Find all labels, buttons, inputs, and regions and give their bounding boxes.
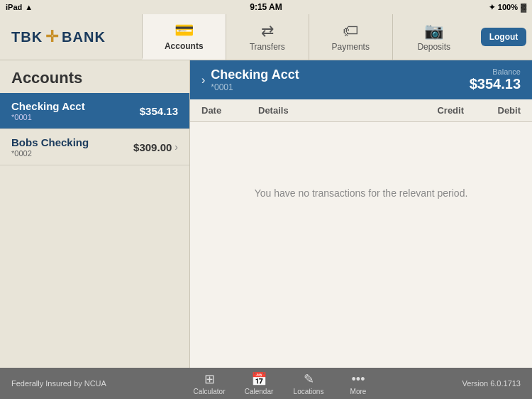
detail-header: › Checking Acct *0001 Balance $354.13 xyxy=(190,60,532,99)
account-item-bobs[interactable]: Bobs Checking *0002 $309.00 › xyxy=(0,129,189,165)
bottom-bar: Federally Insured by NCUA ⊞ Calculator 📅… xyxy=(0,368,532,399)
account-name-1: Checking Acct xyxy=(11,100,85,112)
logout-button[interactable]: Logout xyxy=(481,28,527,46)
nav-tabs: 💳 Accounts ⇄ Transfers 🏷 Payments 📷 Depo… xyxy=(142,14,475,60)
calendar-label: Calendar xyxy=(245,388,274,395)
calculator-label: Calculator xyxy=(193,388,225,395)
battery-icon: ▓ xyxy=(521,3,526,11)
tab-transfers[interactable]: ⇄ Transfers xyxy=(226,14,309,60)
detail-account-number: *0001 xyxy=(211,82,299,92)
bank-logo: TBK ✛ BANK xyxy=(11,28,106,46)
col-credit-header: Credit xyxy=(407,105,464,116)
sidebar-title: Accounts xyxy=(0,60,189,93)
status-time: 9:15 AM xyxy=(250,2,282,12)
top-nav: TBK ✛ BANK 💳 Accounts ⇄ Transfers 🏷 Paym… xyxy=(0,14,532,60)
tab-deposits[interactable]: 📷 Deposits xyxy=(392,14,476,60)
accounts-icon: 💳 xyxy=(174,21,194,40)
battery-label: 100% xyxy=(498,3,518,11)
col-details-header: Details xyxy=(258,105,407,116)
bottom-tab-more[interactable]: ••• More xyxy=(333,371,383,395)
account-balance-2: $309.00 xyxy=(133,141,172,153)
detail-chevron-icon: › xyxy=(201,74,205,87)
account-chevron-icon: › xyxy=(174,141,178,153)
tab-accounts-label: Accounts xyxy=(165,41,204,51)
tab-payments[interactable]: 🏷 Payments xyxy=(309,14,392,60)
logout-area: Logout xyxy=(475,14,532,60)
transaction-table: Date Details Credit Debit You have no tr… xyxy=(190,99,532,368)
more-label: More xyxy=(350,388,367,395)
detail-account-name: Checking Acct xyxy=(211,67,299,82)
table-header: Date Details Credit Debit xyxy=(190,99,532,122)
account-balance-1: $354.13 xyxy=(140,105,178,117)
federally-insured-text: Federally Insured by NCUA xyxy=(0,379,142,388)
bottom-tab-calculator[interactable]: ⊞ Calculator xyxy=(184,371,234,395)
locations-label: Locations xyxy=(294,388,324,395)
tab-payments-label: Payments xyxy=(332,42,370,52)
main-content: Accounts Checking Acct *0001 $354.13 Bob… xyxy=(0,60,532,368)
col-date-header: Date xyxy=(201,105,258,116)
logo-tbk: TBK xyxy=(11,29,43,45)
logo-cross-icon: ✛ xyxy=(45,28,59,46)
account-item-checking[interactable]: Checking Acct *0001 $354.13 xyxy=(0,93,189,129)
more-icon: ••• xyxy=(352,372,365,387)
logo-area: TBK ✛ BANK xyxy=(0,14,142,60)
sidebar: Accounts Checking Acct *0001 $354.13 Bob… xyxy=(0,60,190,368)
account-name-2: Bobs Checking xyxy=(11,136,89,148)
transfers-icon: ⇄ xyxy=(261,22,274,40)
logo-bank: BANK xyxy=(62,29,106,45)
empty-transactions-message: You have no transactions for the relevan… xyxy=(190,122,532,264)
bottom-tab-calendar[interactable]: 📅 Calendar xyxy=(234,371,284,395)
status-bar: iPad ▲ 9:15 AM ✦ 100% ▓ xyxy=(0,0,532,14)
tab-deposits-label: Deposits xyxy=(417,42,450,52)
detail-balance-amount: $354.13 xyxy=(470,76,521,92)
deposits-icon: 📷 xyxy=(424,22,443,40)
tab-accounts[interactable]: 💳 Accounts xyxy=(142,14,226,60)
payments-icon: 🏷 xyxy=(343,22,358,40)
col-debit-header: Debit xyxy=(464,105,521,116)
ipad-label: iPad xyxy=(6,3,22,11)
locations-icon: ✎ xyxy=(304,371,314,387)
account-number-1: *0001 xyxy=(11,113,85,121)
detail-panel: › Checking Acct *0001 Balance $354.13 Da… xyxy=(190,60,532,368)
version-text: Version 6.0.1713 xyxy=(426,379,532,388)
calculator-icon: ⊞ xyxy=(204,371,215,387)
tab-transfers-label: Transfers xyxy=(250,42,285,52)
wifi-icon: ▲ xyxy=(25,3,33,11)
bottom-tab-locations[interactable]: ✎ Locations xyxy=(284,371,333,395)
account-number-2: *0002 xyxy=(11,149,89,158)
bluetooth-icon: ✦ xyxy=(489,3,495,12)
detail-balance-label: Balance xyxy=(470,67,521,76)
bottom-tabs: ⊞ Calculator 📅 Calendar ✎ Locations ••• … xyxy=(142,371,426,395)
calendar-icon: 📅 xyxy=(251,371,267,387)
